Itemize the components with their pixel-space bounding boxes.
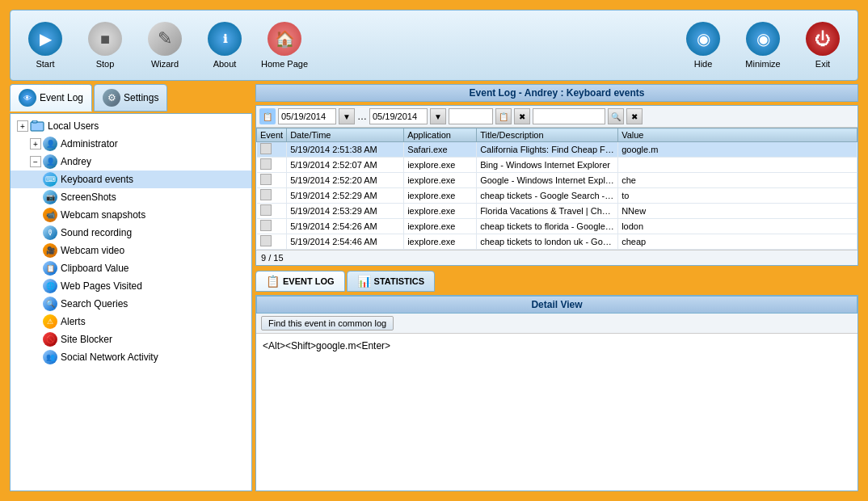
wizard-icon: ✎ [148, 22, 182, 56]
exit-label: Exit [815, 59, 830, 69]
start-button[interactable]: ▶ Start [17, 14, 74, 77]
text-filter-search[interactable]: 🔍 [608, 108, 624, 124]
row-title: cheap tickets - Google Search - Wir [477, 188, 618, 204]
sidebar-item-clipboard-value[interactable]: 📋 Clipboard Value [11, 259, 251, 277]
row-title: Florida Vacations & Travel | Cheap [477, 204, 618, 219]
row-datetime: 5/19/2014 2:54:26 AM [287, 219, 404, 234]
wizard-button[interactable]: ✎ Wizard [137, 14, 193, 77]
event-log-section: 📋 ▼ … ▼ 📋 ✖ 🔍 ✖ [255, 105, 858, 266]
date-to-input[interactable] [369, 108, 428, 124]
detail-view-title: Detail View [256, 296, 857, 314]
sidebar-item-webcam-snapshots[interactable]: 📹 Webcam snapshots [11, 206, 251, 224]
date-from-input[interactable] [278, 108, 336, 124]
table-row[interactable]: 5/19/2014 2:52:07 AM iexplore.exe Bing -… [257, 158, 857, 173]
table-row[interactable]: 5/19/2014 2:51:38 AM Safari.exe Californ… [257, 142, 857, 158]
exit-button[interactable]: ⏻ Exit [794, 14, 851, 77]
table-row[interactable]: 5/19/2014 2:52:29 AM iexplore.exe cheap … [257, 188, 857, 204]
app-filter-icon[interactable]: 📋 [495, 108, 512, 124]
hide-button[interactable]: ◉ Hide [675, 14, 731, 77]
search-queries-label: Search Queries [61, 298, 128, 309]
start-label: Start [36, 59, 54, 69]
col-event[interactable]: Event [257, 128, 287, 142]
alerts-label: Alerts [61, 316, 86, 327]
about-icon: ℹ [208, 22, 242, 56]
site-blocker-label: Site Blocker [61, 334, 112, 345]
expand-andrey[interactable]: − [30, 156, 41, 167]
tab-settings[interactable]: ⚙ Settings [94, 84, 167, 112]
row-icon [260, 204, 272, 216]
app-filter-clear[interactable]: ✖ [514, 108, 530, 124]
event-table: Event Date/Time Application Title/Descri… [256, 128, 857, 250]
sidebar-item-andrey[interactable]: − 👤 Andrey [11, 153, 251, 171]
row-app: Safari.exe [404, 142, 477, 158]
row-title: cheap tickets to london uk - Google [477, 234, 618, 250]
wizard-label: Wizard [151, 59, 179, 69]
row-datetime: 5/19/2014 2:52:07 AM [287, 158, 404, 173]
app-filter-input[interactable] [449, 108, 493, 124]
homepage-button[interactable]: 🏠 Home Page [256, 14, 313, 77]
sidebar-item-webcam-video[interactable]: 🎥 Webcam video [11, 242, 251, 259]
row-title: cheap tickets to florida - Google Se [477, 219, 618, 234]
andrey-label: Andrey [61, 156, 91, 167]
row-value: NNew [618, 204, 857, 219]
sidebar-item-site-blocker[interactable]: 🚫 Site Blocker [11, 330, 251, 348]
sidebar-item-web-pages-visited[interactable]: 🌐 Web Pages Visited [11, 277, 251, 295]
settings-tab-label: Settings [124, 92, 158, 103]
tab-bar: 👁 Event Log ⚙ Settings [10, 84, 252, 112]
col-value[interactable]: Value [618, 128, 857, 142]
sidebar-item-keyboard-events[interactable]: ⌨ Keyboard events [11, 171, 251, 188]
col-datetime[interactable]: Date/Time [287, 128, 404, 142]
sidebar-item-search-queries[interactable]: 🔍 Search Queries [11, 295, 251, 313]
minimize-button[interactable]: ◉ Minimize [735, 14, 791, 77]
row-app: iexplore.exe [404, 219, 477, 234]
table-row[interactable]: 5/19/2014 2:52:20 AM iexplore.exe Google… [257, 173, 857, 188]
table-row[interactable]: 5/19/2014 2:54:46 AM iexplore.exe cheap … [257, 234, 857, 250]
event-log-title: Event Log - Andrey : Keyboard events [255, 84, 858, 102]
stop-icon: ■ [88, 22, 122, 56]
about-label: About [213, 59, 237, 69]
date-to-picker[interactable]: ▼ [430, 108, 446, 124]
start-icon: ▶ [28, 22, 62, 56]
tab-statistics[interactable]: 📊 STATISTICS [347, 271, 436, 292]
expand-administrator[interactable]: + [30, 138, 41, 149]
col-title[interactable]: Title/Description [477, 128, 618, 142]
screenshots-icon: 📷 [43, 190, 57, 204]
event-log-tab-label: Event Log [40, 92, 83, 103]
exit-icon: ⏻ [806, 22, 840, 56]
row-app: iexplore.exe [404, 158, 477, 173]
toolbar: ▶ Start ■ Stop ✎ Wizard ℹ About 🏠 Home P… [10, 10, 858, 81]
row-icon [260, 189, 272, 200]
find-in-log-button[interactable]: Find this event in common log [261, 316, 394, 330]
col-application[interactable]: Application [404, 128, 477, 142]
row-datetime: 5/19/2014 2:53:29 AM [287, 204, 404, 219]
sidebar-item-local-users[interactable]: + Local Users [11, 117, 251, 135]
local-users-label: Local Users [48, 120, 99, 132]
sidebar-item-sound-recording[interactable]: 🎙 Sound recording [11, 224, 251, 242]
tab-event-log-bottom[interactable]: 📋 EVENT LOG [255, 271, 345, 292]
text-filter-clear[interactable]: ✖ [626, 108, 643, 124]
sidebar-item-screenshots[interactable]: 📷 ScreenShots [11, 188, 251, 206]
table-row[interactable]: 5/19/2014 2:53:29 AM iexplore.exe Florid… [257, 204, 857, 219]
row-app: iexplore.exe [404, 173, 477, 188]
detail-section: Detail View Find this event in common lo… [255, 295, 858, 491]
row-icon [260, 235, 272, 246]
search-queries-icon: 🔍 [43, 297, 57, 311]
filter-row: 📋 ▼ … ▼ 📋 ✖ 🔍 ✖ [256, 106, 857, 128]
left-panel: 👁 Event Log ⚙ Settings + Local Users [10, 84, 252, 491]
date-from-picker[interactable]: ▼ [339, 108, 355, 124]
text-filter-input[interactable] [533, 108, 605, 124]
about-button[interactable]: ℹ About [196, 14, 253, 77]
date-range-separator: … [357, 111, 367, 122]
sidebar-item-social-network-activity[interactable]: 👥 Social Network Activity [11, 348, 251, 366]
sidebar-item-alerts[interactable]: ⚠ Alerts [11, 313, 251, 330]
expand-local-users[interactable]: + [17, 120, 28, 132]
sidebar-item-administrator[interactable]: + 👤 Administrator [11, 135, 251, 153]
row-title: Google - Windows Internet Explore [477, 173, 618, 188]
tab-event-log[interactable]: 👁 Event Log [10, 84, 92, 112]
detail-content: <Alt><Shift>google.m<Enter> [256, 334, 857, 490]
svg-rect-0 [31, 122, 44, 131]
stop-button[interactable]: ■ Stop [77, 14, 133, 77]
table-row[interactable]: 5/19/2014 2:54:26 AM iexplore.exe cheap … [257, 219, 857, 234]
tree: + Local Users + 👤 Administrator − 👤 And [10, 113, 252, 491]
sound-recording-label: Sound recording [61, 227, 132, 238]
